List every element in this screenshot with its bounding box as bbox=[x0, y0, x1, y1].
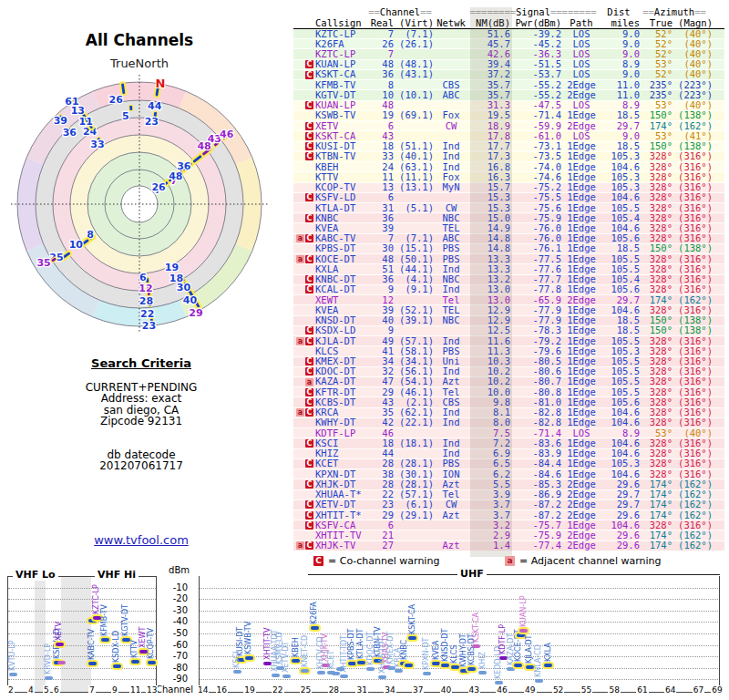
station-label: KLCS bbox=[450, 645, 458, 664]
adjacent-channel-warning-icon: a bbox=[296, 337, 304, 345]
network: PBS bbox=[434, 458, 468, 468]
vhf-channel-tick: 11 bbox=[129, 685, 141, 695]
station-bar bbox=[245, 656, 253, 660]
station-label: KNET-CD bbox=[301, 635, 309, 667]
polar-channel-label: 26 bbox=[109, 94, 124, 106]
station-bar bbox=[131, 660, 139, 664]
station-bar bbox=[45, 676, 53, 680]
co-channel-warning-icon: C bbox=[305, 521, 313, 530]
path: 1Edge bbox=[561, 151, 601, 161]
station-bar bbox=[57, 661, 66, 664]
uhf-channel-tick: 31 bbox=[355, 685, 367, 695]
callsign: KPBS-DT bbox=[313, 243, 370, 253]
nm-db: 6.5 bbox=[468, 458, 510, 468]
azimuth-true: 328° bbox=[640, 458, 673, 468]
nm-db: 15.3 bbox=[468, 192, 510, 202]
station-label: KTLA-DT bbox=[356, 629, 364, 659]
station-label: K26FA bbox=[310, 602, 318, 624]
real-channel: 9 bbox=[370, 284, 394, 294]
network: Fox bbox=[434, 110, 468, 120]
dbm-tick: -50 bbox=[159, 628, 188, 638]
nm-db: 17.3 bbox=[468, 151, 510, 161]
co-channel-warning-icon: C bbox=[305, 500, 313, 509]
signal-table: ==Channel== ========Signal======== Dist … bbox=[293, 7, 724, 551]
col-path: Path bbox=[561, 18, 601, 28]
polar-channel-label: 6 bbox=[139, 272, 147, 283]
uhf-channel-tick: 61 bbox=[636, 685, 648, 695]
adjacent-channel-warning-icon: a bbox=[296, 408, 304, 417]
station-bar bbox=[535, 679, 543, 683]
azimuth-true: 150° bbox=[640, 243, 673, 253]
dbm-tick: -80 bbox=[159, 663, 188, 673]
uhf-channel-tick: 28 bbox=[328, 685, 340, 695]
path: 2Edge bbox=[561, 499, 601, 510]
azimuth-magnetic: (138°) bbox=[673, 325, 713, 335]
station-bar bbox=[113, 664, 121, 668]
station-bar bbox=[88, 619, 97, 623]
station-label: KNSD-DT bbox=[441, 629, 449, 662]
station-bar bbox=[495, 681, 503, 685]
station-label: KSDX-LD bbox=[112, 631, 120, 663]
table-rows: KZTC-LP7(7.1)51.6-39.2LOS9.052°(40°)K26F… bbox=[293, 29, 724, 551]
polar-channel-label: 12 bbox=[139, 283, 152, 294]
station-label: XEWT bbox=[139, 627, 147, 648]
power-dbm: -87.2 bbox=[510, 499, 561, 510]
station-bar bbox=[467, 667, 476, 671]
path: 1Edge bbox=[561, 243, 601, 253]
station-bar bbox=[282, 674, 291, 678]
distance-miles: 9.0 bbox=[601, 69, 640, 79]
station-label: KUAN-LP bbox=[519, 595, 528, 627]
station-bar bbox=[544, 664, 552, 667]
path: 1Edge bbox=[561, 110, 601, 120]
station-label: KNBC bbox=[400, 639, 408, 659]
polar-channel-label: 30 bbox=[177, 282, 191, 293]
dbm-axis-label: dBm bbox=[160, 565, 190, 575]
co-channel-warning-icon: C bbox=[305, 285, 313, 293]
azimuth-true: 150° bbox=[640, 110, 673, 120]
path: 1Edge bbox=[561, 325, 601, 335]
network: Azt bbox=[434, 376, 468, 386]
co-channel-warning-icon: C bbox=[305, 357, 313, 365]
network: ABC bbox=[434, 90, 468, 100]
station-label: KFMB-TV bbox=[100, 604, 108, 636]
station-label: KJLA-DT bbox=[525, 634, 533, 663]
vhf-chart-frame bbox=[7, 576, 157, 693]
virtual-channel: (28.1) bbox=[394, 458, 434, 468]
polar-channel-label: 39 bbox=[54, 115, 67, 127]
vhf-hi-label: VHF Hi bbox=[95, 569, 139, 581]
nm-db: 8.0 bbox=[468, 417, 510, 427]
vhf-channel-tick: 13 bbox=[146, 685, 158, 695]
vhf-channel-tick: 5 bbox=[43, 685, 50, 695]
polar-channel-label: 36 bbox=[177, 160, 191, 172]
path: 1Edge bbox=[561, 284, 601, 294]
azimuth-true: 328° bbox=[640, 284, 673, 294]
polar-chart-title: All Channels bbox=[0, 31, 279, 49]
uhf-channel-tick: 19 bbox=[243, 685, 255, 695]
station-label: KPXN-DT bbox=[422, 637, 430, 669]
virtual-channel: (15.1) bbox=[394, 243, 434, 253]
co-channel-warning-icon: C bbox=[305, 255, 313, 263]
uhf-channel-tick: 67 bbox=[693, 685, 704, 695]
azimuth-true: 328° bbox=[640, 417, 673, 427]
tvfool-link[interactable]: www.tvfool.com bbox=[94, 533, 189, 547]
azimuth-magnetic: (316°) bbox=[673, 376, 713, 386]
power-dbm: -77.8 bbox=[510, 284, 561, 294]
station-bar bbox=[517, 633, 525, 637]
azimuth-magnetic: (138°) bbox=[673, 243, 713, 253]
dbm-tick: -20 bbox=[159, 593, 188, 603]
virtual-channel: (39.1) bbox=[394, 315, 434, 325]
station-bar bbox=[441, 664, 449, 667]
azimuth-true: 328° bbox=[640, 376, 673, 386]
azimuth-magnetic: (316°) bbox=[673, 458, 713, 468]
virtual-channel: (13.1) bbox=[394, 182, 434, 192]
co-channel-warning-icon: C bbox=[305, 337, 313, 345]
azimuth-true: 328° bbox=[640, 151, 673, 161]
station-bar bbox=[357, 661, 365, 664]
signal-strength-chart: VHF LoVHF HiUHFdBm-10-20-30-40-50-60-70-… bbox=[0, 547, 729, 700]
uhf-channel-tick: 37 bbox=[412, 685, 424, 695]
co-channel-warning-icon: C bbox=[305, 398, 313, 407]
distance-miles: 18.5 bbox=[601, 325, 640, 335]
co-channel-warning-icon: C bbox=[305, 152, 313, 160]
dist-group-header: Dist bbox=[600, 7, 638, 17]
virtual-channel: (6.1) bbox=[394, 499, 434, 510]
